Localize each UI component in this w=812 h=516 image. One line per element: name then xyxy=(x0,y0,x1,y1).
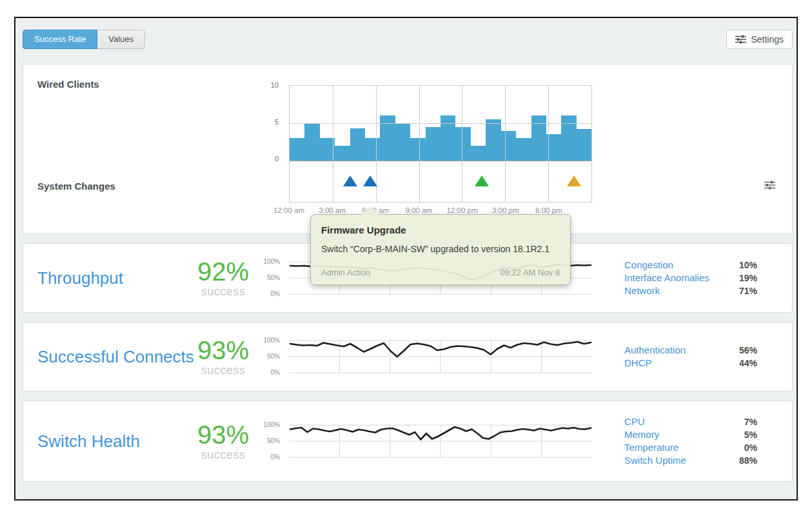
wired-clients-bar[interactable] xyxy=(426,127,441,161)
overview-panel: Wired Clients System Changes 1050 12:00 … xyxy=(23,64,793,234)
wired-clients-bar[interactable] xyxy=(455,127,470,161)
breakdown-value: 88% xyxy=(739,454,757,467)
breakdown-value: 5% xyxy=(744,428,757,441)
sliders-icon xyxy=(735,35,746,44)
tab-success-rate[interactable]: Success Rate xyxy=(23,30,97,49)
wired-clients-bar[interactable] xyxy=(501,131,516,161)
wired-clients-bar[interactable] xyxy=(441,115,455,161)
y-tick-label: 10 xyxy=(253,81,279,89)
connects-sparkline[interactable]: 100%50%0% xyxy=(250,335,595,378)
tab-values[interactable]: Values xyxy=(97,30,145,49)
wired-clients-bar[interactable] xyxy=(395,123,410,161)
breakdown-row: Switch Uptime88% xyxy=(624,454,757,467)
wired-clients-bar[interactable] xyxy=(561,115,576,161)
wired-clients-bar[interactable] xyxy=(380,115,395,161)
spark-y-tick-label: 0% xyxy=(250,453,280,461)
breakdown-label-link[interactable]: Interface Anomalies xyxy=(624,272,709,284)
time-axis-label: 3:00 am xyxy=(319,206,346,214)
system-change-marker-icon[interactable] xyxy=(363,175,377,186)
tooltip-body: Switch “Corp-B-MAIN-SW” upgraded to vers… xyxy=(321,244,560,254)
breakdown-row: Network71% xyxy=(624,284,757,297)
breakdown-value: 7% xyxy=(744,415,757,428)
successful-connects-link[interactable]: Successful Connects xyxy=(37,347,194,367)
metric-panel-switch-health: Switch Health 93% success 100%50%0% CPU7… xyxy=(23,401,793,482)
view-mode-toggle: Success Rate Values xyxy=(23,30,145,49)
time-axis-label: 12:00 pm xyxy=(447,206,478,214)
health-breakdown: CPU7%Memory5%Temperature0%Switch Uptime8… xyxy=(624,415,757,467)
system-changes-label: System Changes xyxy=(37,181,115,192)
time-axis-label: 6:00 pm xyxy=(535,206,562,214)
breakdown-label-link[interactable]: Network xyxy=(624,284,660,297)
tooltip-timestamp: 09:22 AM Nov 8 xyxy=(500,268,560,277)
system-change-marker-icon[interactable] xyxy=(475,175,489,186)
wired-clients-bar[interactable] xyxy=(531,115,546,161)
breakdown-value: 44% xyxy=(739,357,757,370)
breakdown-row: Congestion10% xyxy=(624,259,757,272)
system-change-marker-icon[interactable] xyxy=(567,175,581,186)
wired-clients-bar[interactable] xyxy=(546,134,561,161)
system-changes-filter-icon[interactable] xyxy=(764,181,775,190)
metric-panel-successful-connects: Successful Connects 93% success 100%50%0… xyxy=(23,322,793,392)
wired-clients-bar[interactable] xyxy=(350,128,365,161)
spark-y-tick-label: 50% xyxy=(250,353,280,360)
y-tick-label: 0 xyxy=(253,155,279,163)
wired-clients-bar[interactable] xyxy=(577,129,591,161)
breakdown-row: Temperature0% xyxy=(624,441,757,454)
wired-clients-bar[interactable] xyxy=(304,123,319,161)
breakdown-value: 56% xyxy=(739,344,757,357)
event-tooltip: Firmware Upgrade Switch “Corp-B-MAIN-SW”… xyxy=(310,214,571,285)
tooltip-footer: Admin Action 09:22 AM Nov 8 xyxy=(321,268,560,277)
breakdown-row: Authentication56% xyxy=(624,344,757,357)
tooltip-arrow xyxy=(362,206,379,215)
throughput-breakdown: Congestion10%Interface Anomalies19%Netwo… xyxy=(624,259,757,297)
health-sparkline[interactable]: 100%50%0% xyxy=(250,420,595,462)
y-tick-label: 5 xyxy=(253,118,279,126)
breakdown-row: Memory5% xyxy=(624,428,757,441)
breakdown-label-link[interactable]: DHCP xyxy=(624,357,652,370)
dashboard-content: Success Rate Values Settings xyxy=(23,30,793,482)
breakdown-label-link[interactable]: Temperature xyxy=(624,441,678,454)
tooltip-category: Admin Action xyxy=(321,268,370,277)
time-axis-label: 3:00 pm xyxy=(492,206,519,214)
wired-clients-bar[interactable] xyxy=(335,146,350,161)
connects-breakdown: Authentication56%DHCP44% xyxy=(624,344,757,370)
spark-y-tick-label: 50% xyxy=(250,274,280,281)
breakdown-label-link[interactable]: Memory xyxy=(624,428,659,441)
wired-clients-bar[interactable] xyxy=(516,138,531,161)
system-change-marker-icon[interactable] xyxy=(343,175,357,186)
breakdown-row: Interface Anomalies19% xyxy=(624,272,757,284)
settings-button[interactable]: Settings xyxy=(726,30,793,49)
spark-y-tick-label: 100% xyxy=(250,337,280,344)
switch-health-link[interactable]: Switch Health xyxy=(37,432,140,452)
wired-clients-label: Wired Clients xyxy=(37,79,99,90)
time-axis-label: 12:00 am xyxy=(273,206,304,214)
breakdown-row: CPU7% xyxy=(624,415,757,428)
breakdown-label-link[interactable]: Congestion xyxy=(624,259,673,272)
wired-clients-bar[interactable] xyxy=(486,119,500,161)
breakdown-label-link[interactable]: Authentication xyxy=(624,344,686,357)
breakdown-value: 0% xyxy=(744,441,757,454)
tooltip-title: Firmware Upgrade xyxy=(321,224,560,235)
breakdown-value: 71% xyxy=(739,284,757,297)
wired-clients-bar[interactable] xyxy=(290,138,304,161)
spark-y-tick-label: 100% xyxy=(250,258,280,265)
wired-clients-bar[interactable] xyxy=(365,138,380,161)
spark-y-tick-label: 0% xyxy=(250,369,280,376)
wired-clients-bar[interactable] xyxy=(320,138,335,161)
throughput-link[interactable]: Throughput xyxy=(37,268,123,288)
spark-y-tick-label: 0% xyxy=(250,290,280,297)
dashboard-frame: Success Rate Values Settings xyxy=(14,17,798,501)
spark-y-tick-label: 100% xyxy=(250,421,280,428)
toolbar: Success Rate Values Settings xyxy=(23,30,793,49)
breakdown-value: 19% xyxy=(739,272,757,284)
system-changes-strip[interactable] xyxy=(289,161,592,203)
spark-y-tick-label: 50% xyxy=(250,437,280,444)
time-axis-label: 9:00 am xyxy=(406,206,433,214)
wired-clients-bar[interactable] xyxy=(471,146,486,161)
breakdown-label-link[interactable]: CPU xyxy=(624,415,645,428)
wired-clients-bar-chart[interactable] xyxy=(289,85,592,161)
wired-clients-bar[interactable] xyxy=(410,138,425,161)
breakdown-label-link[interactable]: Switch Uptime xyxy=(624,454,686,467)
settings-label: Settings xyxy=(751,34,784,45)
breakdown-value: 10% xyxy=(739,259,757,272)
